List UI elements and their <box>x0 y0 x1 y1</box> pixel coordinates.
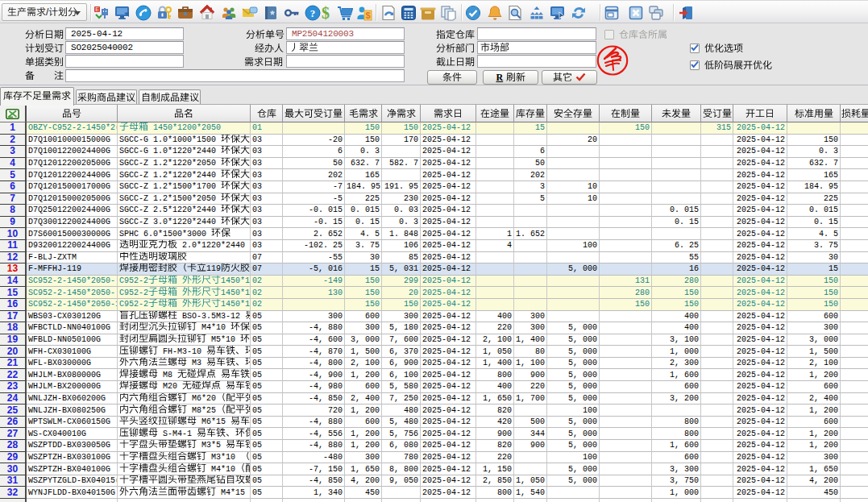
svg-text:$: $ <box>322 5 330 21</box>
svg-text:?: ? <box>310 7 316 19</box>
svg-text:E: E <box>95 6 99 12</box>
svg-text:$: $ <box>365 10 370 20</box>
